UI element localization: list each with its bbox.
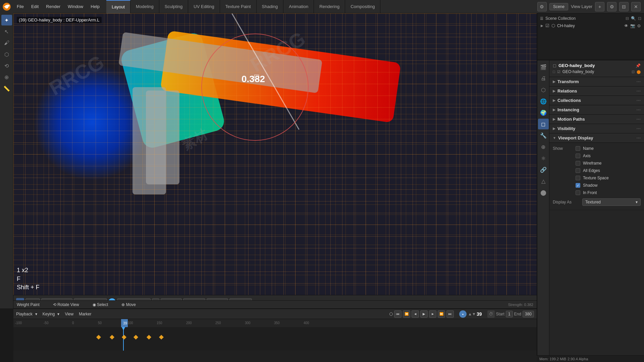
keyframe-4[interactable] <box>133 335 138 340</box>
collection-eye-icon[interactable]: 👁 <box>624 23 628 28</box>
tab-rendering[interactable]: Rendering <box>314 0 345 13</box>
menu-edit[interactable]: Edit <box>28 3 42 10</box>
object-name[interactable]: GEO-hailey_body <box>558 63 595 68</box>
outliner-filter-icon[interactable]: ⊟ <box>626 16 629 21</box>
tool-scale[interactable]: ⊕ <box>1 72 12 82</box>
tab-texture-paint[interactable]: Texture Paint <box>220 0 257 13</box>
tab-layout[interactable]: Layout <box>106 0 130 13</box>
ruler-mark-350: 350 <box>274 321 280 325</box>
relations-options-icon[interactable]: ⋯ <box>636 88 641 94</box>
end-frame-input[interactable]: 380 <box>523 311 534 317</box>
close-icon[interactable]: ✕ <box>631 2 641 11</box>
scene-props-icon[interactable]: 🌐 <box>538 96 549 107</box>
collection-checkbox[interactable]: ☑ <box>545 23 549 28</box>
view-menu[interactable]: View <box>65 312 73 316</box>
section-viewport-display[interactable]: ▼ Viewport Display ⋯ <box>549 133 644 143</box>
collection-camera-icon[interactable]: 📷 <box>630 23 635 28</box>
tool-select[interactable]: ↖ <box>1 26 12 37</box>
section-visibility[interactable]: ▶ Visibility ⋯ <box>549 124 644 133</box>
mesh-edit-icon[interactable]: ⊡ <box>632 70 635 74</box>
section-collections[interactable]: ▶ Collections ⋯ <box>549 96 644 105</box>
object-pin-icon[interactable]: 📌 <box>636 63 641 68</box>
in-front-checkbox[interactable] <box>576 190 580 195</box>
section-motion-paths[interactable]: ▶ Motion Paths ⋯ <box>549 115 644 124</box>
tab-compositing[interactable]: Compositing <box>345 0 380 13</box>
viewport-3d[interactable]: (39) GEO-hailey_body : DEF-UpperArm.L 0.… <box>13 13 537 295</box>
section-instancing[interactable]: ▶ Instancing ⋯ <box>549 105 644 115</box>
physics-props-icon[interactable]: ⚛ <box>538 153 549 164</box>
render-props-icon[interactable]: 🎬 <box>538 62 549 72</box>
section-transform[interactable]: ▶ Transform ⋯ <box>549 77 644 86</box>
transform-options-icon[interactable]: ⋯ <box>636 79 641 84</box>
particles-props-icon[interactable]: ⊕ <box>538 141 549 152</box>
next-keyframe-btn[interactable]: ► <box>429 310 436 318</box>
object-props-icon[interactable]: ◻ <box>538 119 549 129</box>
menu-window[interactable]: Window <box>64 3 87 10</box>
keyframe-5[interactable] <box>147 335 151 340</box>
marker-menu[interactable]: Marker <box>79 312 91 316</box>
current-frame-input[interactable]: ▲▼ 39 <box>468 311 482 317</box>
menu-help[interactable]: Help <box>87 3 103 10</box>
collections-options-icon[interactable]: ⋯ <box>636 98 641 103</box>
tool-brush[interactable]: 🖌 <box>1 38 12 48</box>
section-relations[interactable]: ▶ Relations ⋯ <box>549 86 644 96</box>
properties-panel: 🎬 🖨 ⬡ 🌐 🌍 ◻ 🔧 ⊕ ⚛ 🔗 △ ⬤ ◻ GEO-hailey_bod… <box>537 60 644 362</box>
mesh-name[interactable]: GEO-hailey_body <box>562 69 594 74</box>
tab-animation[interactable]: Animation <box>283 0 314 13</box>
tool-cursor[interactable]: ✦ <box>1 15 12 25</box>
start-frame-input[interactable]: 1 <box>506 311 513 317</box>
keyframe-1[interactable] <box>96 335 101 340</box>
tool-rotate[interactable]: ⟲ <box>1 60 12 71</box>
all-edges-checkbox[interactable] <box>576 168 580 173</box>
keyframe-2[interactable] <box>110 335 114 340</box>
tool-measure[interactable]: 📏 <box>1 83 12 94</box>
axis-checkbox[interactable] <box>576 154 580 158</box>
scene-selector[interactable]: Scene <box>549 3 568 10</box>
keyframe-3[interactable] <box>122 335 126 340</box>
output-props-icon[interactable]: 🖨 <box>538 73 549 84</box>
menu-render[interactable]: Render <box>43 3 64 10</box>
texture-space-checkbox[interactable] <box>576 176 580 180</box>
tab-sculpting[interactable]: Sculpting <box>159 0 188 13</box>
view-layer-settings[interactable]: ⚙ <box>607 2 616 11</box>
data-props-icon[interactable]: △ <box>538 176 549 186</box>
expand-relations-icon: ▶ <box>553 89 555 93</box>
keyframe-6[interactable] <box>159 335 164 340</box>
modifier-props-icon[interactable]: 🔧 <box>538 130 549 141</box>
outliner-search-icon[interactable]: 🔍 <box>631 16 636 21</box>
tab-modeling[interactable]: Modeling <box>130 0 159 13</box>
prev-frame-btn[interactable]: ⏪ <box>403 310 410 318</box>
view-layer-props-icon[interactable]: ⬡ <box>538 84 549 95</box>
jump-end-btn[interactable]: ⏭ <box>446 310 454 318</box>
wireframe-checkbox[interactable] <box>576 161 580 166</box>
material-props-icon[interactable]: ⬤ <box>538 187 549 198</box>
motion-paths-options-icon[interactable]: ⋯ <box>636 117 641 122</box>
tab-uv-editing[interactable]: UV Editing <box>188 0 220 13</box>
mesh-checkbox[interactable]: ☑ <box>557 70 560 74</box>
show-name-checkbox[interactable] <box>576 146 580 151</box>
instancing-options-icon[interactable]: ⋯ <box>636 107 641 112</box>
outliner-item-ch-hailey[interactable]: ▶ ☑ ⬡ CH-hailey 👁 📷 ⊙ <box>539 22 643 29</box>
record-dot[interactable] <box>389 312 393 316</box>
collection-render-icon[interactable]: ⊙ <box>637 23 641 28</box>
play-btn[interactable]: ▶ <box>420 310 428 318</box>
timeline-body[interactable] <box>13 327 537 351</box>
view-layer-add[interactable]: + <box>595 2 604 11</box>
visibility-options-icon[interactable]: ⋯ <box>636 126 641 131</box>
display-as-select[interactable]: Textured ▾ <box>582 198 641 206</box>
tool-fill[interactable]: ⬡ <box>1 49 12 60</box>
tab-shading[interactable]: Shading <box>257 0 284 13</box>
outliner-settings-icon[interactable]: ⊡ <box>638 16 641 21</box>
shadow-checkbox[interactable]: ✓ <box>576 183 580 188</box>
keying-menu[interactable]: Keying <box>43 312 55 316</box>
filter-icon[interactable]: ⊟ <box>619 2 629 11</box>
jump-start-btn[interactable]: ⏮ <box>394 310 401 318</box>
menu-file[interactable]: File <box>13 3 27 10</box>
next-frame-btn[interactable]: ⏩ <box>438 310 445 318</box>
viewport-display-options-icon[interactable]: ⋯ <box>636 135 641 140</box>
engine-icon[interactable]: ⚙ <box>537 2 547 11</box>
world-props-icon[interactable]: 🌍 <box>538 107 549 118</box>
prev-keyframe-btn[interactable]: ◄ <box>412 310 419 318</box>
playback-menu[interactable]: Playback <box>16 312 33 316</box>
constraints-props-icon[interactable]: 🔗 <box>538 164 549 175</box>
